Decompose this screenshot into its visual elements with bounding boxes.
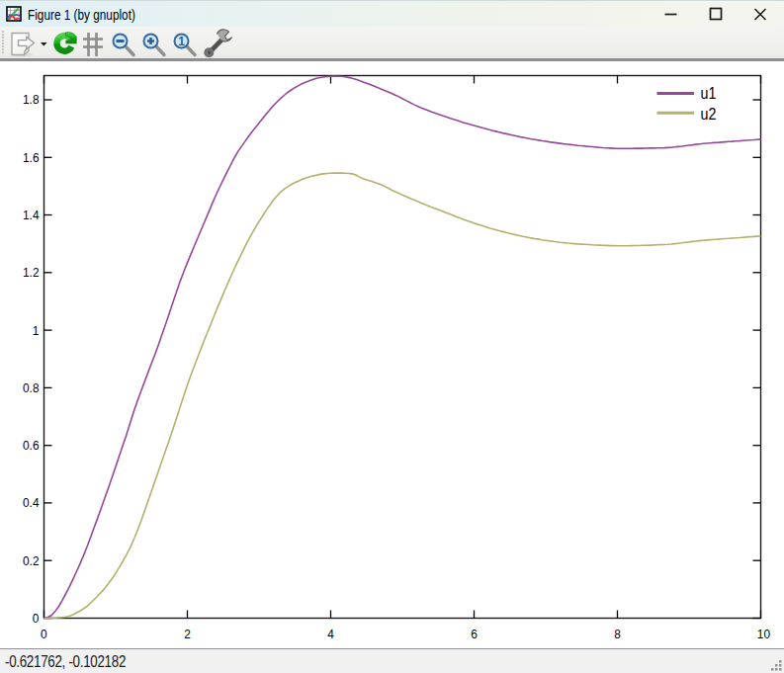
svg-text:0: 0 xyxy=(33,610,40,626)
svg-text:1.8: 1.8 xyxy=(23,92,40,108)
svg-text:1.2: 1.2 xyxy=(23,265,40,281)
svg-text:10: 10 xyxy=(757,626,770,641)
svg-text:6: 6 xyxy=(471,626,478,641)
svg-text:4: 4 xyxy=(327,626,334,641)
svg-text:0.6: 0.6 xyxy=(23,437,40,453)
svg-text:2: 2 xyxy=(184,626,191,641)
svg-text:0.2: 0.2 xyxy=(23,552,40,568)
svg-text:1.6: 1.6 xyxy=(23,149,40,165)
svg-text:1: 1 xyxy=(33,322,40,338)
svg-text:0.8: 0.8 xyxy=(23,379,40,395)
svg-text:0.4: 0.4 xyxy=(23,495,40,511)
svg-text:u1: u1 xyxy=(701,84,717,102)
svg-text:0: 0 xyxy=(41,626,47,641)
svg-text:u2: u2 xyxy=(701,104,717,122)
svg-text:1.4: 1.4 xyxy=(23,207,40,222)
svg-text:8: 8 xyxy=(614,626,621,641)
